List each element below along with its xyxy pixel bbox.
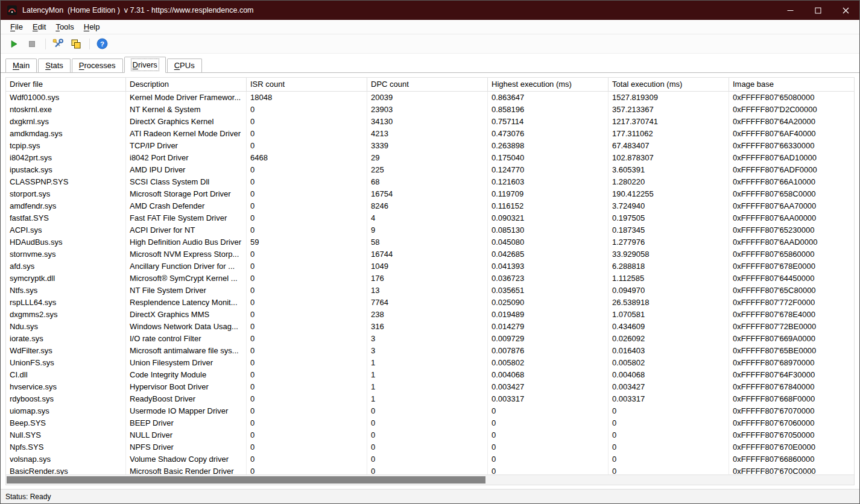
table-cell: 0.025090 [488,297,609,309]
table-row[interactable]: ipustack.sysAMD IPU Driver02250.1247703.… [6,164,854,176]
table-row[interactable]: hvservice.sysHypervisor Boot Driver010.0… [6,381,854,393]
scrollbar-thumb[interactable] [7,476,485,484]
table-cell: amdkmdag.sys [6,128,126,140]
table-cell: AMD Crash Defender [126,200,247,212]
column-header-highest-execution-ms[interactable]: Highest execution (ms) [488,78,609,91]
maximize-button[interactable] [804,1,832,20]
table-cell: symcryptk.dll [6,272,126,285]
table-row[interactable]: Ntfs.sysNT File System Driver0130.035651… [6,285,854,297]
table-cell: fastfat.SYS [6,212,126,224]
table-row[interactable]: CI.dllCode Integrity Module010.0040680.0… [6,369,854,381]
table-cell: 0.757114 [488,116,609,128]
table-row[interactable]: UnionFS.sysUnion Filesystem Driver010.00… [6,357,854,369]
table-row[interactable]: Ndu.sysWindows Network Data Usag...03160… [6,321,854,333]
table-cell: 0 [609,453,729,465]
app-window: LatencyMon (Home Edition ) v 7.31 - http… [0,0,860,504]
table-row[interactable]: dxgkrnl.sysDirectX Graphics Kernel034130… [6,116,854,128]
table-row[interactable]: CLASSPNP.SYSSCSI Class System Dll0680.12… [6,176,854,188]
tab-processes[interactable]: Processes [72,58,123,72]
table-row[interactable]: ntoskrnl.exeNT Kernel & System0239030.85… [6,104,854,116]
table-cell: 0.434609 [609,321,729,333]
table-row[interactable]: i8042prt.sysi8042 Port Driver6468290.175… [6,152,854,164]
options-button[interactable] [49,36,66,52]
menu-item-help[interactable]: Help [79,21,105,33]
menu-item-edit[interactable]: Edit [28,21,51,33]
table-cell: iorate.sys [6,333,126,345]
close-button[interactable] [832,1,859,20]
table-cell: 0xFFFFF807'6AAD0000 [729,236,854,248]
copy-report-button[interactable] [68,36,84,52]
table-row[interactable]: Null.SYSNULL Driver00000xFFFFF807'670500… [6,429,854,441]
table-cell: 238 [367,309,488,321]
table-row[interactable]: volsnap.sysVolume Shadow Copy driver0000… [6,453,854,465]
help-icon: ? [96,38,108,49]
table-cell: 0xFFFFF807'65080000 [729,92,854,104]
table-cell: 0.263898 [488,140,609,152]
start-monitor-button[interactable] [5,36,22,52]
table-cell: hvservice.sys [6,381,126,393]
tab-main[interactable]: Main [5,58,37,72]
table-cell: 0xFFFFF807'6AF40000 [729,128,854,140]
minimize-button[interactable] [776,1,804,20]
table-cell: 0xFFFFF807'772F0000 [729,297,854,309]
table-row[interactable]: BasicRender.sysMicrosoft Basic Render Dr… [6,465,854,474]
column-header-description[interactable]: Description [126,78,247,91]
horizontal-scrollbar[interactable] [6,474,854,485]
table-row[interactable]: symcryptk.dllMicrosoft® SymCrypt Kernel … [6,272,854,285]
table-row[interactable]: dxgmms2.sysDirectX Graphics MMS02380.019… [6,309,854,321]
table-row[interactable]: WdFilter.sysMicrosoft antimalware file s… [6,345,854,357]
table-row[interactable]: Npfs.SYSNPFS Driver00000xFFFFF807'670E00… [6,441,854,453]
column-header-isr-count[interactable]: ISR count [247,78,367,91]
table-row[interactable]: ACPI.sysACPI Driver for NT090.0851300.18… [6,224,854,236]
table-cell: 357.213367 [609,104,729,116]
table-cell: 0.175040 [488,152,609,164]
table-cell: 0xFFFFF807'65C80000 [729,285,854,297]
table-cell: 0 [247,224,367,236]
title-bar[interactable]: LatencyMon (Home Edition ) v 7.31 - http… [1,1,859,20]
table-cell: tcpip.sys [6,140,126,152]
table-cell: 0 [247,176,367,188]
column-header-image-base[interactable]: Image base [729,78,854,91]
table-row[interactable]: rdyboost.sysReadyBoost Driver010.0033170… [6,393,854,405]
table-row[interactable]: amdfendr.sysAMD Crash Defender082460.116… [6,200,854,212]
table-cell: 0xFFFFF807'66860000 [729,453,854,465]
table-row[interactable]: amdkmdag.sysATI Radeon Kernel Mode Drive… [6,128,854,140]
table-row[interactable]: rspLLL64.sysResplendence Latency Monit..… [6,297,854,309]
table-cell: 0xFFFFF807'68970000 [729,357,854,369]
tab-drivers[interactable]: Drivers [124,57,166,73]
table-row[interactable]: storport.sysMicrosoft Storage Port Drive… [6,188,854,200]
menu-item-file[interactable]: File [5,21,28,33]
table-cell: 1527.819309 [609,92,729,104]
table-row[interactable]: fastfat.SYSFast FAT File System Driver04… [6,212,854,224]
table-cell: 20039 [367,92,488,104]
table-row[interactable]: Beep.SYSBEEP Driver00000xFFFFF807'670600… [6,417,854,429]
table-row[interactable]: HDAudBus.sysHigh Definition Audio Bus Dr… [6,236,854,248]
table-cell: Hypervisor Boot Driver [126,381,247,393]
table-cell: Microsoft® SymCrypt Kernel ... [126,272,247,285]
table-row[interactable]: stornvme.sysMicrosoft NVM Express Storp.… [6,248,854,260]
table-row[interactable]: afd.sysAncillary Function Driver for ...… [6,260,854,272]
table-cell: 0xFFFFF807'669A0000 [729,333,854,345]
table-cell: 0.003427 [609,381,729,393]
table-cell: 0.004068 [488,369,609,381]
table-row[interactable]: iorate.sysI/O rate control Filter030.009… [6,333,854,345]
help-button[interactable]: ? [93,36,110,52]
table-cell: 0xFFFFF807'65860000 [729,248,854,260]
table-row[interactable]: uiomap.sysUsermode IO Mapper Driver00000… [6,405,854,417]
table-row[interactable]: Wdf01000.sysKernel Mode Driver Framewor.… [6,92,854,104]
table-cell: 3.605391 [609,164,729,176]
tab-cpus[interactable]: CPUs [167,58,202,72]
menu-item-tools[interactable]: Tools [51,21,78,33]
stop-monitor-button[interactable] [24,36,40,52]
tab-stats[interactable]: Stats [38,58,71,72]
column-header-driver-file[interactable]: Driver file [6,78,126,91]
table-cell: Wdf01000.sys [6,92,126,104]
table-cell: 0.041393 [488,260,609,272]
table-cell: 102.878307 [609,152,729,164]
table-cell: 0xFFFFF807'670C0000 [729,465,854,474]
column-header-total-execution-ms[interactable]: Total execution (ms) [609,78,729,91]
table-row[interactable]: tcpip.sysTCP/IP Driver033390.26389867.48… [6,140,854,152]
table-cell: 0 [247,188,367,200]
table-cell: 68 [367,176,488,188]
column-header-dpc-count[interactable]: DPC count [367,78,488,91]
